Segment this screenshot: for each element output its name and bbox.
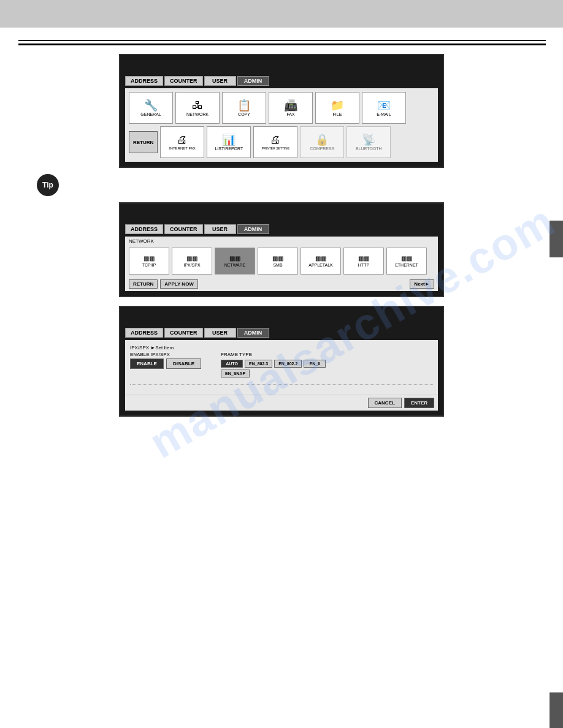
net-icon-ipxspx[interactable]: ▦▦ IPX/SPX	[172, 248, 212, 275]
panel2-tab-address[interactable]: ADDRESS	[125, 224, 163, 234]
top-bar	[0, 0, 563, 28]
frame-btn-en8023[interactable]: EN_802.3	[245, 360, 272, 368]
icon-email[interactable]: 📧 E-MAIL	[362, 92, 406, 124]
panel2-tab-counter[interactable]: COUNTER	[164, 224, 203, 234]
enable-row: ENABLE DISABLE	[130, 358, 201, 369]
icon-copy[interactable]: 📋 COPY	[222, 92, 266, 124]
panel1-icons: 🔧 GENERAL 🖧 NETWORK 📋 COPY 📠 FAX 📁	[125, 88, 438, 162]
cancel-btn[interactable]: CANCEL	[368, 398, 402, 408]
section-line-thick	[18, 44, 546, 45]
ipx-content: IPX/SPX ►Set Item ENABLE IPX/SPX ENABLE …	[125, 340, 438, 395]
net-icon-tcpip[interactable]: ▦▦ TCP/IP	[129, 248, 169, 275]
next-btn[interactable]: Next►	[410, 279, 434, 289]
tab-address[interactable]: ADDRESS	[125, 76, 163, 86]
ipx-breadcrumb: IPX/SPX ►Set Item	[130, 345, 433, 351]
panel2-tab-row: ADDRESS COUNTER USER ADMIN	[125, 224, 438, 234]
frame-type-section: FRAME TYPE AUTO EN_802.3 EN_802.2 EN_II …	[221, 352, 326, 379]
panel3-tab-admin[interactable]: ADMIN	[237, 328, 269, 338]
net-icon-http[interactable]: ▦▦ HTTP	[343, 248, 384, 275]
ipx-bottom: CANCEL ENTER	[125, 395, 438, 411]
icon-compress[interactable]: 🔒 COMPRESS	[300, 126, 344, 158]
ipx-divider	[130, 384, 433, 385]
panel2-header	[125, 208, 438, 222]
icon-file[interactable]: 📁 FILE	[315, 92, 359, 124]
frame-btn-auto[interactable]: AUTO	[221, 360, 243, 368]
panel2-bottom: RETURN APPLY NOW Next►	[125, 277, 438, 291]
enter-btn[interactable]: ENTER	[404, 398, 434, 408]
frame-btn-enii[interactable]: EN_II	[304, 360, 326, 368]
frame-btn-ensnap[interactable]: EN_SNAP	[221, 370, 250, 377]
icon-row-1: 🔧 GENERAL 🖧 NETWORK 📋 COPY 📠 FAX 📁	[125, 88, 438, 125]
enable-btn[interactable]: ENABLE	[130, 358, 164, 369]
enable-label: ENABLE IPX/SPX	[130, 352, 201, 357]
section-line-top	[18, 40, 546, 41]
panel2-content: NETWORK ▦▦ TCP/IP ▦▦ IPX/SPX ▦▦ NETWARE …	[125, 237, 438, 291]
net-icon-netware[interactable]: ▦▦ NETWARE	[215, 248, 255, 275]
panel2-tab-admin[interactable]: ADMIN	[237, 224, 269, 234]
frame-row-2: EN_SNAP	[221, 370, 326, 377]
return-btn-1[interactable]: RETURN	[129, 131, 158, 153]
tab-user[interactable]: USER	[204, 76, 236, 86]
frame-btn-en8022[interactable]: EN_802.2	[274, 360, 302, 368]
net-icon-appletalk[interactable]: ▦▦ APPLETALK	[301, 248, 341, 275]
right-tab-lower	[550, 692, 563, 728]
network-section-label: NETWORK	[125, 237, 438, 244]
net-icon-smb[interactable]: ▦▦ SMB	[258, 248, 298, 275]
panel3-tab-user[interactable]: USER	[204, 328, 236, 338]
panel3-tab-counter[interactable]: COUNTER	[164, 328, 203, 338]
panel1-header	[125, 60, 438, 74]
disable-btn[interactable]: DISABLE	[166, 358, 201, 369]
icon-general[interactable]: 🔧 GENERAL	[129, 92, 173, 124]
tip-badge: Tip	[37, 174, 59, 196]
panel3-header	[125, 312, 438, 325]
frame-type-label: FRAME TYPE	[221, 352, 326, 357]
apply-now-btn[interactable]: APPLY NOW	[160, 279, 198, 289]
ipx-panel: ADDRESS COUNTER USER ADMIN IPX/SPX ►Set …	[119, 306, 444, 417]
icon-bluetooth[interactable]: 📡 BLUETOOTH	[347, 126, 391, 158]
icon-internetfax[interactable]: 🖨 INTERNET FAX	[160, 126, 204, 158]
icon-listreport[interactable]: 📊 LIST/REPORT	[207, 126, 251, 158]
admin-menu-panel: ADDRESS COUNTER USER ADMIN 🔧 GENERAL 🖧 N…	[119, 54, 444, 168]
ipx-settings-row: ENABLE IPX/SPX ENABLE DISABLE FRAME TYPE…	[130, 352, 433, 379]
main-content: ADDRESS COUNTER USER ADMIN 🔧 GENERAL 🖧 N…	[0, 28, 563, 428]
panel3-tab-address[interactable]: ADDRESS	[125, 328, 163, 338]
right-tab-upper	[550, 221, 563, 257]
tab-admin[interactable]: ADMIN	[237, 76, 269, 86]
tip-section: Tip	[37, 174, 545, 196]
frame-row-1: AUTO EN_802.3 EN_802.2 EN_II	[221, 360, 326, 368]
panel1-tab-row: ADDRESS COUNTER USER ADMIN	[125, 76, 438, 86]
icon-printersetting[interactable]: 🖨 PRINTER SETTING	[253, 126, 297, 158]
return-btn-2[interactable]: RETURN	[129, 279, 158, 289]
panel2-tab-user[interactable]: USER	[204, 224, 236, 234]
icon-row-2: RETURN 🖨 INTERNET FAX 📊 LIST/REPORT 🖨 PR…	[125, 125, 438, 162]
enable-section: ENABLE IPX/SPX ENABLE DISABLE	[130, 352, 201, 379]
network-icons: ▦▦ TCP/IP ▦▦ IPX/SPX ▦▦ NETWARE ▦▦ SMB ▦…	[125, 244, 438, 275]
panel3-tab-row: ADDRESS COUNTER USER ADMIN	[125, 328, 438, 338]
icon-network[interactable]: 🖧 NETWORK	[175, 92, 220, 124]
net-icon-ethernet[interactable]: ▦▦ ETHERNET	[386, 248, 427, 275]
icon-fax[interactable]: 📠 FAX	[269, 92, 313, 124]
tab-counter[interactable]: COUNTER	[164, 76, 203, 86]
network-panel: ADDRESS COUNTER USER ADMIN NETWORK ▦▦ TC…	[119, 202, 444, 297]
